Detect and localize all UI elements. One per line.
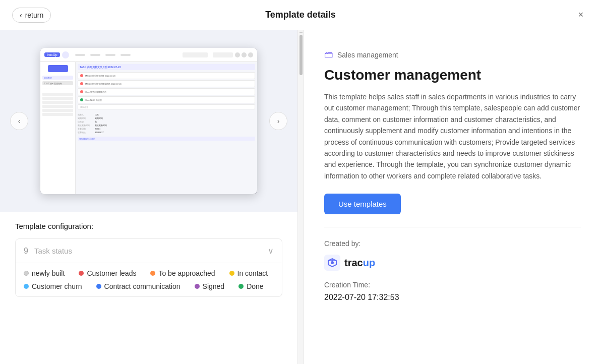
status-row-1: newly built Customer leads To be approac…: [24, 269, 274, 277]
page-title: Template details: [265, 10, 336, 20]
status-label-to-be-approached: To be approached: [158, 269, 215, 277]
config-section: Template configuration: 9 Task status ∨ …: [0, 212, 297, 364]
status-dot-signed: [195, 284, 200, 289]
creator-section: Created by: tracup Creation Time: 2022-0…: [324, 227, 581, 349]
status-dot-contract-communication: [96, 284, 101, 289]
config-title: Template configuration:: [15, 222, 282, 230]
status-customer-leads: Customer leads: [79, 269, 136, 277]
ps-item-active: 组地数管: [42, 76, 73, 80]
header: ‹ return Template details ×: [0, 0, 601, 30]
status-label-customer-leads: Customer leads: [87, 269, 136, 277]
status-dot-done: [238, 284, 244, 289]
preview-sidebar: 组地数管 工作工项 ▸ 已选任务: [40, 62, 76, 194]
left-panel: ‹ tracUp: [0, 30, 297, 364]
scrollbar[interactable]: [297, 30, 304, 364]
preview-nav-left[interactable]: ‹: [10, 112, 28, 130]
ps-item-1: 工作工项 ▸ 已选任务: [42, 81, 73, 85]
preview-section: ‹ tracUp: [0, 30, 297, 212]
svg-point-1: [331, 261, 334, 264]
info-section: 🗃 Sales management Customer management T…: [324, 45, 581, 227]
status-row-2: Customer churn Contract communication Si…: [24, 282, 274, 290]
preview-body: 组地数管 工作工项 ▸ 已选任务: [40, 62, 257, 194]
tracup-logo-icon: [324, 255, 340, 271]
use-template-button[interactable]: Use templates: [324, 194, 401, 214]
task-status-body: newly built Customer leads To be approac…: [16, 263, 282, 296]
main-content: ‹ tracUp: [0, 30, 601, 364]
pm-list-item-1: TASK 向地贝勒文档联 2022-07-23: [78, 72, 255, 79]
created-by-label: Created by:: [324, 239, 581, 248]
status-label-in-contact: In contact: [237, 269, 268, 277]
status-label-customer-churn: Customer churn: [32, 282, 82, 290]
pm-list-item-2: TASK 向阿贝勒文档联视网络 2022-07-24: [78, 80, 255, 87]
preview-image: tracUp: [40, 48, 257, 194]
status-label-done: Done: [247, 282, 263, 290]
status-label-contract-communication: Contract communication: [104, 282, 181, 290]
tracup-name: tracup: [344, 257, 375, 269]
task-status-label: Task status: [34, 247, 72, 255]
creation-time-label: Creation Time:: [324, 281, 581, 289]
task-status-number: 9: [24, 247, 28, 256]
close-button[interactable]: ×: [573, 7, 589, 23]
status-label-signed: Signed: [203, 282, 225, 290]
status-signed: Signed: [195, 282, 225, 290]
pm-list-item-4: Chen TASK 向达联: [78, 96, 255, 103]
status-dot-in-contact: [229, 271, 234, 276]
preview-badge: tracUp: [44, 52, 60, 57]
status-done: Done: [238, 282, 263, 290]
return-button[interactable]: ‹ return: [12, 8, 51, 23]
category-row: 🗃 Sales management: [324, 49, 581, 60]
chevron-down-icon: ∨: [268, 246, 274, 256]
status-dot-customer-churn: [24, 284, 29, 289]
preview-nav-right[interactable]: ›: [269, 112, 287, 130]
preview-topbar: tracUp: [40, 48, 257, 62]
task-status-box: 9 Task status ∨ newly built Customer lea…: [15, 238, 282, 297]
chevron-left-icon: ‹: [20, 11, 22, 19]
preview-main: TASK 向阿贝勒文学月明 2022-07-23 TASK 向地贝勒文档联 20…: [76, 62, 257, 194]
creator-logo-row: tracup: [324, 255, 581, 271]
creation-time-value: 2022-07-20 17:32:53: [324, 293, 581, 302]
status-to-be-approached: To be approached: [150, 269, 215, 277]
preview-icon-circle: [62, 51, 69, 58]
pm-list-item-3: Chen 销售向客联联达达: [78, 88, 255, 95]
status-label-newly-built: newly built: [32, 269, 65, 277]
category-icon: 🗃: [324, 49, 333, 60]
category-label: Sales management: [337, 51, 398, 59]
pm-content: TASK 向阿贝勒文学月明 2022-07-23 TASK 向地贝勒文档联 20…: [76, 62, 257, 194]
right-panel: 🗃 Sales management Customer management T…: [304, 30, 601, 364]
status-dot-newly-built: [24, 271, 29, 276]
product-desc: This template helps sales staff in sales…: [324, 91, 581, 181]
status-customer-churn: Customer churn: [24, 282, 82, 290]
status-dot-to-be-approached: [150, 271, 155, 276]
preview-screen: tracUp: [40, 48, 257, 194]
status-contract-communication: Contract communication: [96, 282, 181, 290]
status-newly-built: newly built: [24, 269, 65, 277]
pm-list: TASK 向阿贝勒文学月明 2022-07-23 TASK 向地贝勒文档联 20…: [76, 62, 257, 194]
return-label: return: [25, 11, 44, 19]
status-in-contact: In contact: [229, 269, 268, 277]
status-dot-customer-leads: [79, 271, 84, 276]
task-status-header[interactable]: 9 Task status ∨: [16, 239, 282, 263]
product-title: Customer management: [324, 67, 581, 83]
